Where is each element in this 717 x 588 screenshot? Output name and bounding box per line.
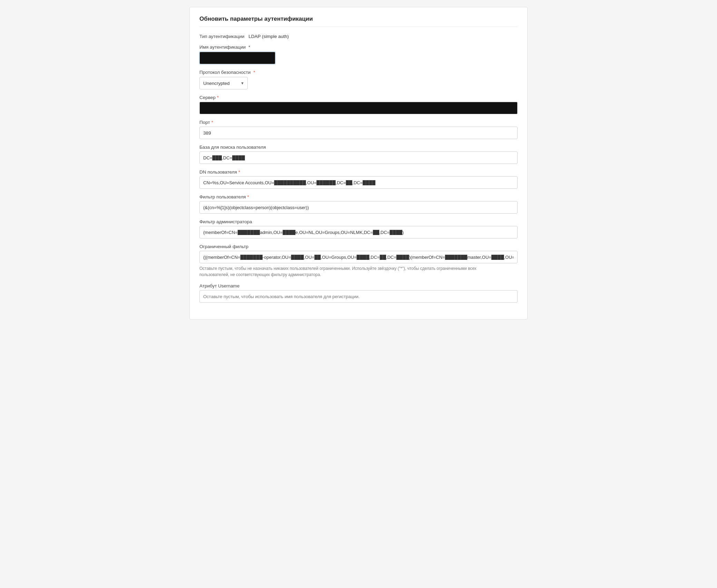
form-card: Обновить параметры аутентификации Тип ау…: [189, 7, 528, 320]
user-search-base-label: База для поиска пользователя: [199, 145, 518, 150]
security-protocol-required: *: [253, 70, 255, 75]
admin-filter-group: Фильтр администратора: [199, 219, 518, 238]
security-protocol-select-wrapper: Unencrypted LDAPS StartTLS ▼: [199, 77, 248, 89]
user-filter-group: Фильтр пользователя *: [199, 194, 518, 214]
security-protocol-select[interactable]: Unencrypted LDAPS StartTLS: [199, 77, 248, 89]
restricted-filter-group: Ограниченный фильтр Оставьте пустым, что…: [199, 244, 518, 278]
auth-name-required: *: [248, 45, 250, 50]
username-attr-group: Атрибут Username: [199, 283, 518, 303]
restricted-filter-hint: Оставьте пустым, чтобы не назначать ника…: [199, 265, 518, 278]
port-input[interactable]: [199, 127, 518, 139]
restricted-filter-input[interactable]: [199, 251, 518, 263]
auth-name-input[interactable]: [199, 52, 275, 64]
server-label: Сервер: [199, 95, 216, 100]
security-protocol-group: Протокол безопасности * Unencrypted LDAP…: [199, 70, 518, 89]
port-group: Порт *: [199, 120, 518, 139]
user-dn-required: *: [238, 169, 240, 175]
user-search-base-group: База для поиска пользователя: [199, 145, 518, 164]
user-filter-input[interactable]: [199, 201, 518, 214]
user-dn-input[interactable]: [199, 176, 518, 189]
user-dn-label: DN пользователя: [199, 169, 237, 175]
server-group: Сервер *: [199, 95, 518, 114]
user-dn-group: DN пользователя *: [199, 169, 518, 189]
page-title: Обновить параметры аутентификации: [199, 16, 518, 27]
username-attr-label: Атрибут Username: [199, 283, 518, 288]
auth-type-label: Тип аутентификации: [199, 34, 244, 39]
port-label: Порт: [199, 120, 210, 125]
admin-filter-label: Фильтр администратора: [199, 219, 518, 224]
restricted-filter-label: Ограниченный фильтр: [199, 244, 518, 249]
auth-name-group: Имя аутентификации *: [199, 45, 518, 64]
admin-filter-input[interactable]: [199, 226, 518, 238]
auth-type-value: LDAP (simple auth): [248, 34, 289, 39]
auth-type-row: Тип аутентификации LDAP (simple auth): [199, 34, 518, 39]
server-input[interactable]: [199, 102, 518, 114]
auth-name-label: Имя аутентификации: [199, 45, 246, 50]
security-protocol-label: Протокол безопасности: [199, 70, 251, 75]
port-required: *: [212, 120, 213, 125]
user-filter-label: Фильтр пользователя: [199, 194, 246, 199]
server-required: *: [217, 95, 219, 100]
user-search-base-input[interactable]: [199, 151, 518, 164]
user-filter-required: *: [247, 194, 249, 199]
username-attr-input[interactable]: [199, 290, 518, 303]
